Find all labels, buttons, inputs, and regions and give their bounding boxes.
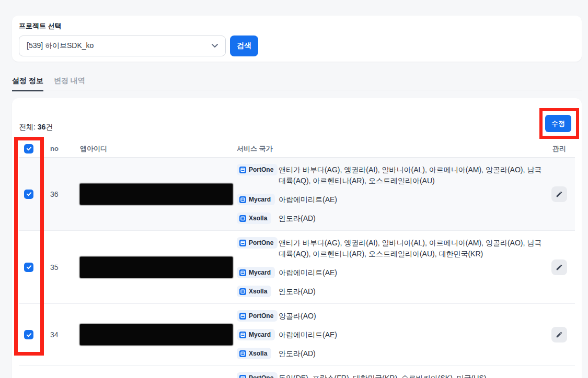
provider-icon [239, 240, 246, 246]
project-select[interactable]: [539] 하이브SDK_ko [19, 36, 226, 56]
tabs: 설정 정보 변경 내역 [12, 76, 85, 91]
provider-icon [239, 269, 246, 276]
row-checkbox[interactable] [24, 190, 33, 199]
row-no: 36 [50, 190, 59, 198]
manage-cell [544, 259, 575, 275]
provider-countries: 안도라(AD) [279, 286, 316, 297]
provider-icon [239, 196, 246, 203]
provider-icon [239, 350, 246, 357]
provider-icon [239, 288, 246, 295]
filter-row: [539] 하이브SDK_ko 검색 [19, 36, 575, 56]
total-suffix: 건 [45, 123, 53, 131]
provider-badge-mycard: Mycard [237, 329, 275, 340]
header-checkbox-cell [19, 144, 50, 153]
header-manage: 관리 [544, 144, 575, 153]
page: 프로젝트 선택 [539] 하이브SDK_ko 검색 설정 정보 변경 내역 전… [0, 0, 588, 378]
service-country-cell: PortOne 독일(DE), 프랑스(FR), 대한민국(KR), 슬로바키아… [237, 372, 544, 378]
provider-entry: Mycard 아랍에미리트(AE) [237, 329, 544, 340]
provider-entry: PortOne 앙골라(AO) [237, 310, 544, 322]
provider-entry: Xsolla 안도라(AD) [237, 286, 544, 297]
app-id-cell [80, 324, 237, 345]
tab-settings-info[interactable]: 설정 정보 [12, 76, 43, 91]
pencil-icon [556, 264, 563, 271]
provider-entry: Mycard 아랍에미리트(AE) [237, 267, 544, 278]
row-no: 34 [50, 330, 59, 339]
pencil-icon [556, 191, 563, 198]
total-prefix: 전체: [19, 123, 38, 131]
provider-name: Xsolla [249, 215, 267, 222]
provider-icon [239, 167, 246, 173]
app-id-cell [80, 184, 237, 205]
provider-badge-mycard: Mycard [237, 267, 275, 278]
row-edit-button[interactable] [551, 186, 567, 202]
provider-countries: 안도라(AD) [279, 348, 316, 359]
table-header: no 앱아이디 서비스 국가 관리 [19, 140, 575, 158]
provider-badge-portone: PortOne [237, 164, 278, 175]
provider-name: Xsolla [249, 350, 267, 357]
provider-name: Mycard [249, 331, 271, 338]
table-row: 34 PortOne 앙골라(AO) Mycard [19, 304, 575, 366]
search-button[interactable]: 검색 [230, 36, 258, 56]
provider-entry: PortOne 독일(DE), 프랑스(FR), 대한민국(KR), 슬로바키아… [237, 372, 544, 378]
redacted-app-id [80, 257, 233, 278]
row-checkbox-cell [19, 330, 50, 339]
provider-icon [239, 215, 246, 222]
settings-table-card: 전체: 36건 수정 no 앱아이디 서비스 국가 관리 36 [12, 98, 582, 378]
provider-badge-portone: PortOne [237, 310, 278, 322]
provider-name: Xsolla [249, 288, 267, 295]
header-no: no [50, 145, 80, 152]
service-country-cell: PortOne 앤티가 바부다(AG), 앵귈라(AI), 알바니아(AL), … [237, 237, 544, 297]
provider-countries: 아랍에미리트(AE) [279, 267, 337, 278]
project-filter-card: 프로젝트 선택 [539] 하이브SDK_ko 검색 [12, 16, 582, 62]
table-row: 36 PortOne 앤티가 바부다(AG), 앵귈라(AI), 알바니아(AL… [19, 158, 575, 231]
provider-name: PortOne [249, 239, 273, 246]
tab-change-history[interactable]: 변경 내역 [54, 76, 85, 91]
header-service-country: 서비스 국가 [237, 144, 544, 153]
row-checkbox-cell [19, 190, 50, 199]
provider-badge-portone: PortOne [237, 237, 278, 249]
provider-countries: 아랍에미리트(AE) [279, 329, 337, 340]
provider-countries: 앤티가 바부다(AG), 앵귈라(AI), 알바니아(AL), 아르메니아(AM… [279, 237, 544, 259]
total-count: 36 [38, 123, 46, 131]
project-select-value: [539] 하이브SDK_ko [27, 41, 94, 51]
provider-icon [239, 375, 246, 378]
row-edit-button[interactable] [551, 259, 567, 275]
row-checkbox[interactable] [24, 330, 33, 339]
provider-name: PortOne [249, 166, 273, 173]
provider-countries: 앙골라(AO) [279, 310, 316, 322]
manage-cell [544, 327, 575, 342]
header-app-id: 앱아이디 [80, 144, 237, 153]
select-all-checkbox[interactable] [24, 144, 33, 153]
row-no: 35 [50, 263, 59, 271]
provider-icon [239, 332, 246, 338]
row-checkbox[interactable] [24, 263, 33, 272]
provider-name: Mycard [249, 269, 271, 276]
provider-name: Mycard [249, 196, 271, 203]
manage-cell [544, 186, 575, 202]
redacted-app-id [80, 324, 233, 345]
provider-entry: Mycard 아랍에미리트(AE) [237, 194, 544, 205]
chevron-down-icon [212, 44, 218, 48]
provider-badge-mycard: Mycard [237, 194, 275, 205]
app-id-cell [80, 257, 237, 278]
provider-badge-xsolla: Xsolla [237, 212, 271, 224]
row-checkbox-cell [19, 263, 50, 272]
pencil-icon [556, 331, 563, 338]
tabs-divider [12, 90, 582, 90]
provider-badge-portone: PortOne [237, 372, 278, 378]
provider-countries: 독일(DE), 프랑스(FR), 대한민국(KR), 슬로바키아(SK), 미국… [279, 372, 486, 378]
provider-badge-xsolla: Xsolla [237, 286, 271, 297]
row-edit-button[interactable] [551, 327, 567, 342]
table-toolbar: 전체: 36건 수정 [19, 115, 575, 132]
service-country-cell: PortOne 앤티가 바부다(AG), 앵귈라(AI), 알바니아(AL), … [237, 164, 544, 224]
service-country-cell: PortOne 앙골라(AO) Mycard 아랍에미리트(AE) [237, 310, 544, 359]
total-count-text: 전체: 36건 [19, 123, 53, 132]
provider-countries: 안도라(AD) [279, 212, 316, 224]
redacted-app-id [80, 184, 233, 205]
edit-button[interactable]: 수정 [545, 115, 571, 132]
provider-countries: 앤티가 바부다(AG), 앵귈라(AI), 알바니아(AL), 아르메니아(AM… [279, 164, 544, 186]
provider-entry: Xsolla 안도라(AD) [237, 348, 544, 359]
provider-name: PortOne [249, 312, 273, 320]
provider-entry: PortOne 앤티가 바부다(AG), 앵귈라(AI), 알바니아(AL), … [237, 164, 544, 186]
project-select-label: 프로젝트 선택 [19, 21, 575, 31]
